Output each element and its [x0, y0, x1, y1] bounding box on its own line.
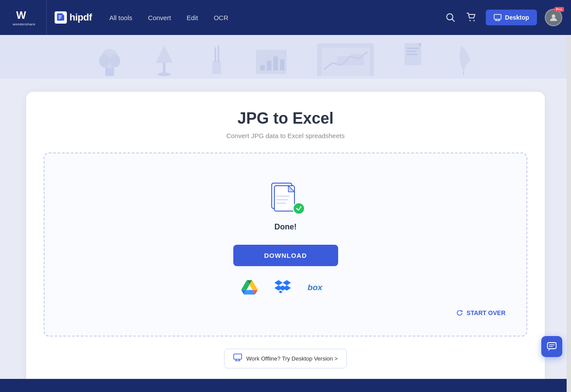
svg-rect-6 [62, 15, 64, 21]
desktop-promo-svg [233, 354, 242, 361]
svg-rect-21 [163, 63, 166, 74]
hipdf-icon [55, 11, 67, 24]
svg-rect-3 [59, 17, 62, 17]
svg-rect-4 [59, 18, 61, 19]
nav-ocr[interactable]: OCR [214, 12, 228, 23]
svg-text:W: W [16, 9, 26, 21]
svg-point-19 [110, 54, 120, 67]
chat-button[interactable] [541, 336, 562, 357]
svg-rect-40 [407, 54, 418, 55]
desktop-icon [494, 14, 502, 21]
chat-icon [547, 342, 557, 351]
monitor-illustration [315, 41, 376, 79]
lamp-illustration [149, 41, 180, 79]
document-illustration [402, 41, 426, 79]
svg-marker-26 [215, 46, 216, 50]
hero-illustrations [97, 41, 474, 79]
nav-edit[interactable]: Edit [187, 12, 198, 23]
svg-rect-25 [218, 48, 219, 62]
converter-card: JPG to Excel Convert JPG data to Excel s… [26, 92, 545, 390]
nav-convert[interactable]: Convert [148, 12, 171, 23]
cloud-icons: box [239, 278, 332, 296]
main-nav: All tools Convert Edit OCR [109, 12, 228, 23]
avatar-icon [548, 12, 559, 23]
hipdf-logo-svg [56, 13, 65, 22]
start-over-label: START OVER [467, 309, 505, 316]
svg-rect-39 [407, 51, 416, 52]
svg-point-9 [469, 20, 471, 21]
pro-badge: Pro [554, 7, 564, 12]
svg-rect-24 [215, 50, 216, 62]
svg-line-8 [452, 19, 454, 22]
done-label: Done! [274, 222, 297, 232]
main-content: JPG to Excel Convert JPG data to Excel s… [0, 79, 571, 392]
svg-rect-54 [547, 343, 556, 349]
svg-line-51 [236, 359, 236, 361]
svg-text:box: box [308, 283, 323, 292]
search-button[interactable] [444, 11, 457, 24]
svg-point-18 [99, 54, 110, 67]
cart-button[interactable] [465, 11, 478, 24]
dropbox-icon [274, 280, 291, 295]
pencil-cup-illustration [206, 41, 228, 79]
google-drive-icon [241, 280, 258, 295]
success-badge [293, 202, 305, 215]
page-subtitle: Convert JPG data to Excel spreadsheets [44, 132, 527, 139]
desktop-promo[interactable]: Work Offline? Try Desktop Version > [224, 349, 347, 368]
cart-icon [467, 13, 476, 22]
svg-rect-36 [351, 54, 364, 65]
svg-point-10 [473, 20, 474, 21]
hipdf-text: hipdf [69, 12, 92, 23]
scrollbar-track[interactable] [567, 0, 571, 392]
svg-rect-30 [267, 61, 271, 70]
done-icon-wrap [268, 180, 303, 215]
svg-rect-38 [407, 48, 419, 49]
chart-illustration [254, 41, 289, 79]
box-button[interactable]: box [306, 281, 332, 294]
start-over-wrap: START OVER [62, 303, 509, 318]
desktop-button[interactable]: Desktop [486, 10, 537, 25]
search-icon [446, 13, 455, 22]
svg-rect-11 [494, 14, 501, 19]
desktop-btn-label: Desktop [505, 14, 529, 21]
start-over-button[interactable]: START OVER [453, 308, 509, 318]
check-icon [296, 205, 302, 212]
footer-bar [0, 379, 567, 392]
page-title: JPG to Excel [44, 109, 527, 128]
download-button[interactable]: DOWNLOAD [233, 245, 338, 266]
svg-marker-27 [218, 44, 219, 48]
google-drive-button[interactable] [239, 278, 260, 296]
brand-logo[interactable]: W wondershare hipdf [9, 0, 92, 35]
result-zone: Done! DOWNLOAD [44, 153, 527, 336]
svg-rect-31 [273, 56, 278, 70]
wondershare-icon: W [16, 9, 32, 21]
svg-point-15 [552, 14, 555, 18]
nav-all-tools[interactable]: All tools [109, 12, 132, 23]
hero-background [0, 35, 571, 79]
hipdf-brand: hipdf [47, 11, 92, 24]
wondershare-text: wondershare [13, 22, 35, 26]
refresh-icon [456, 309, 463, 316]
dropbox-button[interactable] [273, 278, 293, 296]
svg-rect-29 [260, 65, 265, 70]
navbar: W wondershare hipdf All tools Convert [0, 0, 571, 35]
svg-rect-23 [212, 61, 221, 74]
svg-line-52 [239, 359, 239, 361]
feather-illustration [453, 41, 474, 79]
svg-rect-50 [234, 354, 242, 359]
svg-point-22 [158, 73, 171, 76]
user-avatar-wrap[interactable]: Pro [545, 9, 562, 26]
svg-rect-2 [59, 15, 62, 16]
svg-rect-32 [280, 59, 284, 70]
navbar-actions: Desktop Pro [444, 9, 562, 26]
box-icon: box [308, 283, 330, 292]
desktop-promo-text: Work Offline? Try Desktop Version > [246, 355, 338, 362]
svg-rect-35 [337, 56, 350, 65]
svg-marker-5 [62, 14, 64, 15]
svg-marker-20 [156, 45, 173, 63]
desktop-promo-icon [233, 354, 242, 364]
plant-illustration [97, 41, 123, 79]
wondershare-brand: W wondershare [9, 0, 47, 35]
